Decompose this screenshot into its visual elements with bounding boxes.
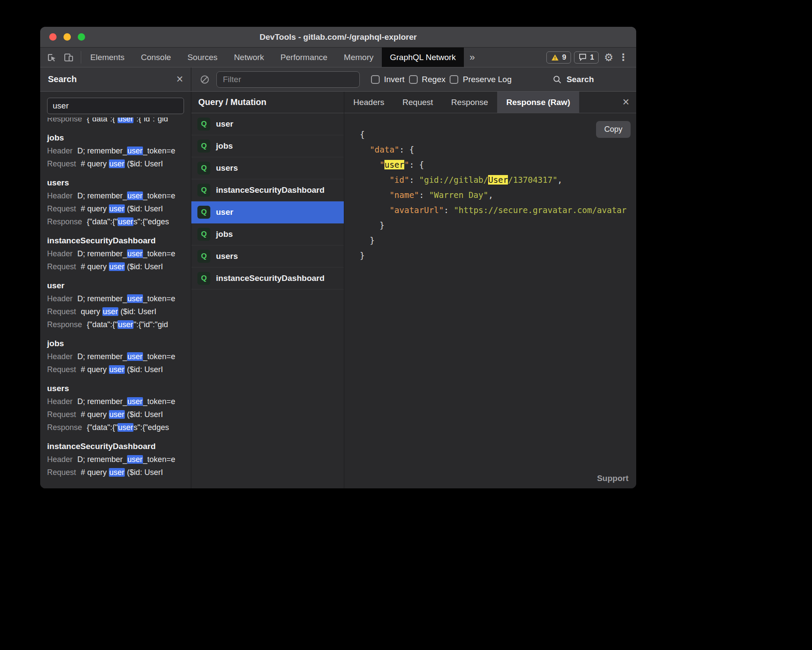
search-toggle-label: Search	[567, 75, 594, 84]
query-item-users[interactable]: Qusers	[191, 157, 344, 179]
query-type-badge-icon: Q	[197, 272, 210, 285]
query-item-user[interactable]: Quser	[191, 201, 344, 223]
more-tabs-chevron-icon[interactable]: »	[464, 48, 480, 67]
search-match-highlight: user	[109, 410, 125, 419]
query-item-label: instanceSecurityDashboard	[216, 185, 324, 195]
search-match-highlight: user	[102, 307, 118, 316]
query-item-jobs[interactable]: Qjobs	[191, 223, 344, 245]
search-result-row[interactable]: Response{"data":{"users":{"edges	[47, 215, 184, 228]
warnings-count: 9	[562, 53, 566, 62]
messages-badge[interactable]: 1	[574, 51, 599, 64]
filter-option-label: Preserve Log	[463, 75, 511, 84]
json-line: "data": {	[360, 142, 636, 157]
query-item-instancesecuritydashboard[interactable]: QinstanceSecurityDashboard	[191, 268, 344, 290]
search-result-group-title: users	[47, 382, 184, 395]
filter-input[interactable]	[216, 71, 360, 88]
clear-icon[interactable]	[200, 75, 209, 84]
search-match-highlight-yellow: user	[384, 160, 404, 169]
checkbox-invert-icon[interactable]	[371, 75, 380, 84]
minimize-window-button[interactable]	[63, 33, 71, 41]
search-result-row[interactable]: HeaderD; remember_user_token=e	[47, 350, 184, 363]
devtools-tab-performance[interactable]: Performance	[272, 48, 336, 67]
json-view: { "data": { "user": { "id": "gid://gitla…	[344, 113, 636, 263]
detail-tab-response-raw[interactable]: Response (Raw)	[497, 92, 579, 113]
search-match-highlight: user	[117, 423, 133, 432]
search-result-row[interactable]: HeaderD; remember_user_token=e	[47, 189, 184, 202]
detail-tab-request[interactable]: Request	[393, 92, 442, 113]
search-result-row[interactable]: Request# query user ($id: UserI	[47, 408, 184, 421]
devtools-tab-network[interactable]: Network	[226, 48, 273, 67]
search-result-group-title: jobs	[47, 337, 184, 350]
search-panel-header: Search ×	[40, 67, 191, 91]
search-match-highlight-yellow: User	[488, 175, 508, 185]
search-input[interactable]	[47, 98, 184, 114]
devtools-tab-console[interactable]: Console	[133, 48, 179, 67]
search-result-row[interactable]: HeaderD; remember_user_token=e	[47, 144, 184, 157]
devtools-tab-memory[interactable]: Memory	[336, 48, 382, 67]
search-result-row[interactable]: HeaderD; remember_user_token=e	[47, 395, 184, 408]
result-field-label: Request	[47, 408, 76, 421]
query-item-instancesecuritydashboard[interactable]: QinstanceSecurityDashboard	[191, 179, 344, 201]
search-result-row[interactable]: Requestquery user ($id: UserI	[47, 305, 184, 318]
search-result-row[interactable]: HeaderD; remember_user_token=e	[47, 247, 184, 260]
search-result-group-title: jobs	[47, 131, 184, 144]
result-text: D; remember_user_token=e	[77, 350, 175, 363]
devtools-tab-elements[interactable]: Elements	[82, 48, 133, 67]
search-result-row[interactable]: Response{"data":{"user":{"id":"gid	[47, 318, 184, 331]
filter-option-invert[interactable]: Invert	[371, 75, 405, 84]
search-result-row[interactable]: Response{"data":{"user":{"id":"gid	[47, 118, 184, 125]
detail-tab-response[interactable]: Response	[442, 92, 498, 113]
checkbox-regex-icon[interactable]	[409, 75, 418, 84]
query-item-user[interactable]: Quser	[191, 113, 344, 135]
checkbox-preserve-log-icon[interactable]	[450, 75, 458, 84]
search-match-highlight: user	[127, 352, 143, 361]
result-field-label: Response	[47, 215, 82, 228]
devtools-window: DevTools - gitlab.com/-/graphql-explorer…	[40, 27, 636, 488]
query-item-jobs[interactable]: Qjobs	[191, 135, 344, 157]
close-search-panel-icon[interactable]: ×	[176, 73, 183, 85]
query-type-badge-icon: Q	[197, 228, 210, 241]
warnings-badge[interactable]: 9	[546, 51, 571, 64]
search-toggle[interactable]: Search	[552, 75, 594, 84]
search-result-row[interactable]: Response{"data":{"users":{"edges	[47, 421, 184, 434]
support-link[interactable]: Support	[597, 474, 628, 483]
result-text: {"data":{"user":{"id":"gid	[87, 318, 168, 331]
search-icon	[552, 75, 562, 84]
issue-badges: 9 1	[546, 51, 599, 64]
devtools-tab-sources[interactable]: Sources	[179, 48, 226, 67]
search-result-row[interactable]: Request# query user ($id: UserI	[47, 202, 184, 215]
search-result-row[interactable]: Request# query user ($id: UserI	[47, 466, 184, 479]
query-item-users[interactable]: Qusers	[191, 245, 344, 268]
filter-option-regex[interactable]: Regex	[409, 75, 446, 84]
inspect-element-icon[interactable]	[46, 52, 57, 63]
network-filter-bar: InvertRegexPreserve Log Search	[191, 67, 636, 91]
search-result-row[interactable]: Request# query user ($id: UserI	[47, 260, 184, 273]
search-match-highlight: user	[117, 217, 133, 226]
json-line: }	[360, 218, 636, 233]
kebab-menu-icon[interactable]: ⋮	[619, 52, 628, 63]
close-detail-panel-icon[interactable]: ×	[622, 96, 629, 108]
detail-tab-headers[interactable]: Headers	[344, 92, 393, 113]
search-result-group-title: instanceSecurityDashboard	[47, 440, 184, 453]
query-panel-title: Query / Mutation	[191, 92, 344, 113]
close-window-button[interactable]	[49, 33, 57, 41]
devtools-tab-graphql-network[interactable]: GraphQL Network	[382, 48, 464, 67]
toolbar-right-cluster: 9 1 ⚙ ⋮	[546, 48, 636, 67]
settings-gear-icon[interactable]: ⚙	[604, 51, 613, 64]
copy-button[interactable]: Copy	[596, 121, 631, 138]
titlebar[interactable]: DevTools - gitlab.com/-/graphql-explorer	[40, 27, 636, 48]
query-type-badge-icon: Q	[197, 250, 210, 263]
result-field-label: Header	[47, 247, 73, 260]
search-result-row[interactable]: Request# query user ($id: UserI	[47, 363, 184, 376]
sub-toolbar: Search × InvertRegexPreserve Log Sea	[40, 67, 636, 92]
search-result-row[interactable]: Request# query user ($id: UserI	[47, 157, 184, 170]
filter-option-preserve-log[interactable]: Preserve Log	[450, 75, 511, 84]
detail-panel: HeadersRequestResponseResponse (Raw)× Co…	[344, 92, 636, 488]
search-match-highlight: user	[127, 147, 143, 155]
search-result-row[interactable]: HeaderD; remember_user_token=e	[47, 292, 184, 305]
zoom-window-button[interactable]	[78, 33, 85, 41]
device-toolbar-icon[interactable]	[63, 52, 74, 63]
search-result-row[interactable]: HeaderD; remember_user_token=e	[47, 453, 184, 466]
json-line: {	[360, 127, 636, 142]
result-text: # query user ($id: UserI	[81, 157, 163, 170]
